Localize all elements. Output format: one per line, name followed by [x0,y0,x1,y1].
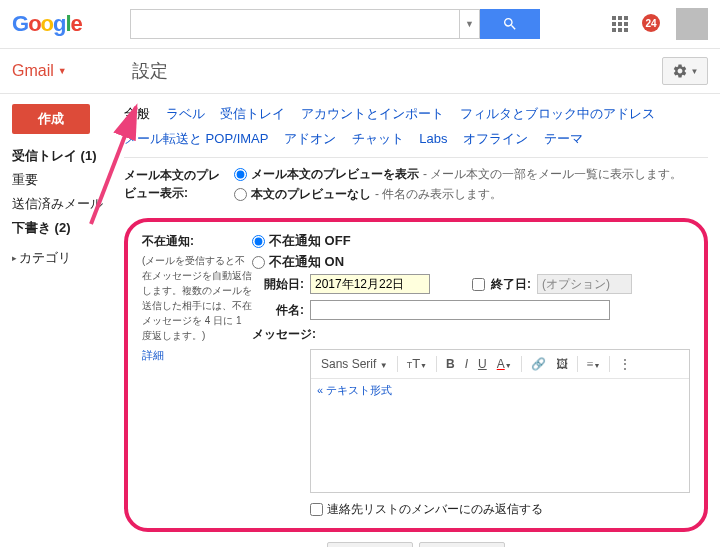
sidebar-sent[interactable]: 送信済みメール [12,192,116,216]
vacation-on-radio[interactable] [252,256,265,269]
message-textarea[interactable] [311,402,689,492]
plain-text-link[interactable]: « テキスト形式 [311,379,689,402]
tab-labels[interactable]: ラベル [166,106,205,121]
tab-forwarding[interactable]: メール転送と POP/IMAP [124,131,268,146]
caret-down-icon: ▼ [691,67,699,76]
notification-badge: 24 [642,14,660,32]
align-button[interactable]: ≡▼ [583,355,605,374]
tab-addons[interactable]: アドオン [284,131,336,146]
start-date-label: 開始日: [252,276,304,293]
cancel-button[interactable]: キャンセル [419,542,505,547]
sidebar-category[interactable]: ▸カテゴリ [12,246,116,270]
apps-icon[interactable] [612,16,628,32]
end-date-input[interactable] [537,274,632,294]
sidebar-important[interactable]: 重要 [12,168,116,192]
underline-button[interactable]: U [474,355,491,374]
search-dropdown[interactable]: ▼ [460,9,480,39]
vacation-details-link[interactable]: 詳細 [142,349,164,361]
font-select[interactable]: Sans Serif ▼ [317,357,392,371]
search-input[interactable] [130,9,460,39]
vacation-header: 不在通知: [142,232,252,250]
image-button[interactable]: 🖼 [552,355,572,374]
message-editor: Sans Serif ▼ TT▼ B I U A▼ 🔗 🖼 ≡▼ [310,349,690,493]
tab-offline[interactable]: オフライン [463,131,528,146]
vacation-off-radio[interactable] [252,235,265,248]
tab-chat[interactable]: チャット [352,131,404,146]
vacation-description: (メールを受信すると不在メッセージを自動返信します。複数のメールを送信した相手に… [142,253,252,343]
caret-down-icon: ▼ [58,66,67,76]
message-label: メッセージ: [252,326,316,343]
preview-hide-radio[interactable] [234,188,247,201]
notifications-icon[interactable]: 24 [642,14,662,34]
text-color-button[interactable]: A▼ [493,355,516,374]
gmail-dropdown[interactable]: Gmail▼ [12,62,67,80]
contacts-only-label: 連絡先リストのメンバーにのみ返信する [327,501,543,518]
more-button[interactable]: ⋮ [615,355,635,374]
tab-accounts[interactable]: アカウントとインポート [301,106,444,121]
vacation-responder-section: 不在通知: (メールを受信すると不在メッセージを自動返信します。複数のメールを送… [124,218,708,532]
settings-tabs: 全般 ラベル 受信トレイ アカウントとインポート フィルタとブロック中のアドレス… [124,102,708,151]
sidebar-inbox[interactable]: 受信トレイ (1) [12,144,116,168]
tab-themes[interactable]: テーマ [544,131,583,146]
font-size-button[interactable]: TT▼ [403,354,431,374]
start-date-input[interactable] [310,274,430,294]
subject-input[interactable] [310,300,610,320]
compose-button[interactable]: 作成 [12,104,90,134]
tab-inbox[interactable]: 受信トレイ [220,106,285,121]
italic-button[interactable]: I [461,355,472,374]
preview-section-label: メール本文のプレビュー表示: [124,166,234,206]
subject-label: 件名: [252,302,304,319]
tab-labs[interactable]: Labs [419,131,447,146]
settings-gear-button[interactable]: ▼ [662,57,708,85]
bold-button[interactable]: B [442,355,459,374]
google-logo[interactable]: Google [12,11,82,37]
tab-filters[interactable]: フィルタとブロック中のアドレス [460,106,655,121]
save-button[interactable]: 変更を保存 [327,542,413,547]
tab-general[interactable]: 全般 [124,106,150,121]
link-button[interactable]: 🔗 [527,355,550,374]
page-title: 設定 [132,59,168,83]
sidebar-drafts[interactable]: 下書き (2) [12,216,116,240]
end-date-label: 終了日: [491,276,531,293]
preview-show-radio[interactable] [234,168,247,181]
sidebar: 作成 受信トレイ (1) 重要 送信済みメール 下書き (2) ▸カテゴリ [0,94,116,547]
search-button[interactable] [480,9,540,39]
end-date-checkbox[interactable] [472,278,485,291]
contacts-only-checkbox[interactable] [310,503,323,516]
caret-right-icon: ▸ [12,253,17,263]
avatar[interactable] [676,8,708,40]
